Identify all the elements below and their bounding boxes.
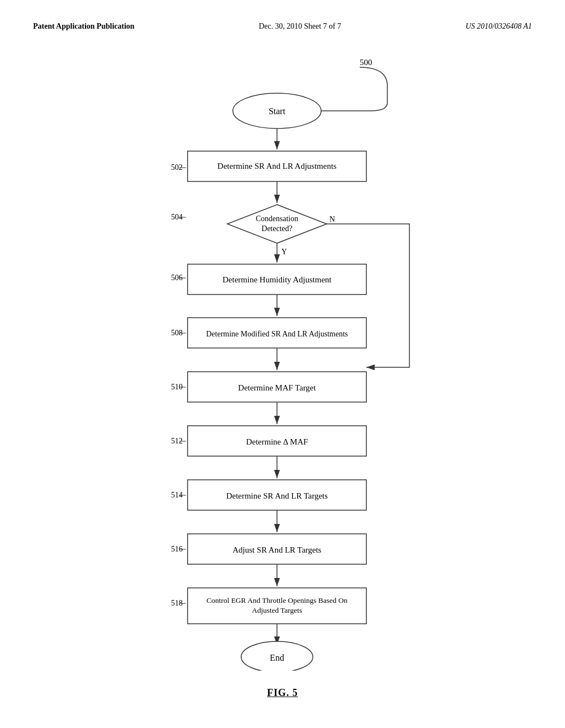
node-504-text1: Condensation — [256, 215, 299, 223]
n-label: N — [329, 215, 335, 223]
header-right: US 2010/0326408 A1 — [466, 22, 532, 31]
page: Patent Application Publication Dec. 30, … — [0, 0, 565, 728]
header-center: Dec. 30, 2010 Sheet 7 of 7 — [259, 22, 341, 31]
node-518-text1: Control EGR And Throttle Openings Based … — [206, 596, 348, 604]
flowchart: 500 Start 502 Determine SR And LR Adjust… — [89, 47, 476, 671]
page-header: Patent Application Publication Dec. 30, … — [33, 22, 532, 31]
end-text: End — [270, 653, 284, 662]
node-510-text: Determine MAF Target — [238, 383, 317, 392]
node-516-text: Adjust SR And LR Targets — [233, 545, 322, 554]
node-518-text2: Adjusted Targets — [252, 606, 302, 614]
start-text: Start — [269, 106, 286, 116]
y-label: Y — [281, 248, 287, 256]
node-508-text: Determine Modified SR And LR Adjustments — [206, 330, 348, 338]
header-left: Patent Application Publication — [33, 22, 135, 31]
node-502-text: Determine SR And LR Adjustments — [217, 162, 337, 170]
node-512-text: Determine Δ MAF — [246, 437, 308, 446]
node-504-text2: Detected? — [262, 224, 292, 233]
node-506-text: Determine Humidity Adjustment — [222, 275, 332, 284]
node-504 — [227, 205, 327, 243]
label-500: 500 — [360, 58, 372, 67]
flowchart-svg: 500 Start 502 Determine SR And LR Adjust… — [89, 47, 476, 671]
figure-label: FIG. 5 — [33, 687, 532, 699]
node-514-text: Determine SR And LR Targets — [226, 491, 328, 500]
